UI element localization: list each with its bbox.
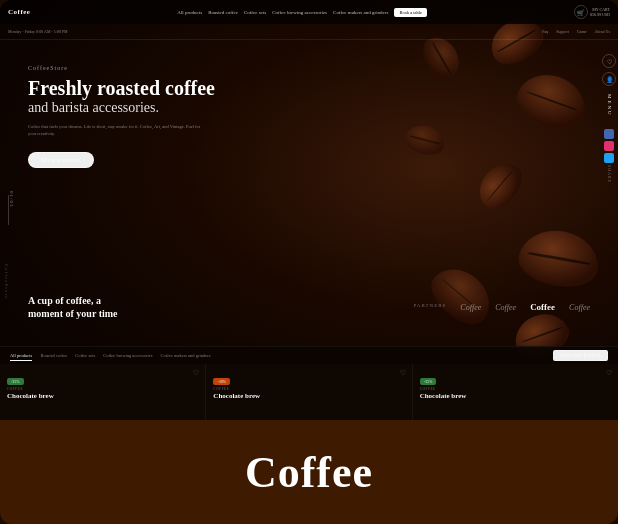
show-more-products-button[interactable]: Show more products [553, 350, 608, 361]
partner-logo-4[interactable]: Coffee [569, 303, 590, 312]
menu-label[interactable]: MENU [607, 94, 612, 117]
sub-nav: Monday - Friday 8:00 AM - 5:00 PM Faq Su… [0, 24, 618, 40]
nav-link-all-products[interactable]: All products [177, 10, 202, 15]
product-category-1: COFFEE [7, 387, 198, 391]
right-sidebar: ♡ 👤 MENU SHARE [600, 50, 618, 187]
share-section: SHARE [604, 129, 614, 183]
heart-icon: ♡ [607, 58, 612, 65]
cart-icon: 🛒 [577, 9, 584, 16]
slide-counter: 01/03 [8, 191, 14, 229]
filter-tab-makers[interactable]: Coffee makers and grinders [161, 351, 211, 360]
product-name-1: Chocolate brew [7, 392, 198, 400]
filter-bar: All products Roasted coffee Coffee sets … [0, 346, 618, 364]
partners-logos: PARTNERS Coffee Coffee Coffee Coffee [414, 302, 590, 312]
bottom-label: Coffee [0, 420, 618, 524]
product-cards: -35% COFFEE Chocolate brew ♡ -30% COFFEE… [0, 364, 618, 420]
nav-link-roasted[interactable]: Roasted coffee [208, 10, 238, 15]
nav-link-sets[interactable]: Coffee sets [244, 10, 266, 15]
filter-tab-roasted[interactable]: Roasted coffee [40, 351, 67, 360]
hero-content: CoffeeStore Freshly roasted coffee and b… [28, 65, 215, 168]
share-label: SHARE [607, 165, 612, 183]
filter-tab-brewing[interactable]: Coffee brewing accessories [103, 351, 152, 360]
filter-tab-all[interactable]: All products [10, 351, 32, 361]
support-link[interactable]: Support [556, 29, 569, 34]
store-brand: CoffeeStore [28, 65, 215, 71]
show-products-button[interactable]: Show products [28, 152, 94, 168]
nav-logo: Coffee [8, 8, 30, 16]
product-card-1[interactable]: -35% COFFEE Chocolate brew ♡ [0, 364, 206, 420]
instagram-share-btn[interactable] [604, 141, 614, 151]
product-name-3: Chocolate brew [420, 392, 611, 400]
main-card: Coffee All products Roasted coffee Coffe… [0, 0, 618, 524]
heart-icon-btn[interactable]: ♡ [602, 54, 616, 68]
product-category-3: COFFEE [420, 387, 611, 391]
partner-logo-3[interactable]: Coffee [530, 302, 555, 312]
partners-section: A cup of coffee, amoment of your time PA… [28, 294, 590, 320]
filter-tab-sets[interactable]: Coffee sets [75, 351, 95, 360]
product-card-3[interactable]: -35% COFFEE Chocolate brew ♡ [413, 364, 618, 420]
facebook-share-btn[interactable] [604, 129, 614, 139]
product-heart-3[interactable]: ♡ [606, 369, 612, 377]
partner-logo-2[interactable]: Coffee [495, 303, 516, 312]
product-badge-1: -35% [7, 378, 24, 385]
product-heart-1[interactable]: ♡ [193, 369, 199, 377]
cart-icon-btn[interactable]: 🛒 [574, 5, 588, 19]
game-link[interactable]: Game [577, 29, 587, 34]
nav-link-brewing[interactable]: Coffee brewing accessories [272, 10, 327, 15]
hero-title-main: Freshly roasted coffee [28, 77, 215, 99]
partners-left: A cup of coffee, amoment of your time [28, 294, 118, 320]
product-badge-2: -30% [213, 378, 230, 385]
side-label: CoffeeStore [4, 264, 9, 300]
bottom-title: Coffee [245, 447, 373, 498]
product-name-2: Chocolate brew [213, 392, 404, 400]
partner-logo-1[interactable]: Coffee [460, 303, 481, 312]
filter-tabs: All products Roasted coffee Coffee sets … [10, 351, 210, 361]
cart-price: $56.99 USD [590, 12, 610, 17]
book-table-button[interactable]: Book a table [394, 8, 427, 17]
product-category-2: COFFEE [213, 387, 404, 391]
twitter-share-btn[interactable] [604, 153, 614, 163]
about-link[interactable]: About Us [595, 29, 610, 34]
user-icon: 👤 [606, 76, 613, 83]
sub-nav-links: Faq Support Game About Us [542, 29, 610, 34]
user-icon-btn[interactable]: 👤 [602, 72, 616, 86]
hero-title-sub: and barista accessories. [28, 99, 215, 117]
nav-bar: Coffee All products Roasted coffee Coffe… [0, 0, 618, 24]
product-heart-2[interactable]: ♡ [400, 369, 406, 377]
website-screenshot: Coffee All products Roasted coffee Coffe… [0, 0, 618, 420]
business-hours: Monday - Friday 8:00 AM - 5:00 PM [8, 29, 68, 34]
nav-link-makers[interactable]: Coffee makers and grinders [333, 10, 388, 15]
product-badge-3: -35% [420, 378, 437, 385]
cart-area[interactable]: 🛒 MY CART $56.99 USD [574, 5, 610, 19]
partners-title: A cup of coffee, amoment of your time [28, 294, 118, 320]
nav-links: All products Roasted coffee Coffee sets … [177, 8, 427, 17]
partners-heading: PARTNERS [414, 303, 447, 308]
hero-description: Coffee that fuels your dreams. Life is s… [28, 123, 208, 137]
product-card-2[interactable]: -30% COFFEE Chocolate brew ♡ [206, 364, 412, 420]
faq-link[interactable]: Faq [542, 29, 548, 34]
